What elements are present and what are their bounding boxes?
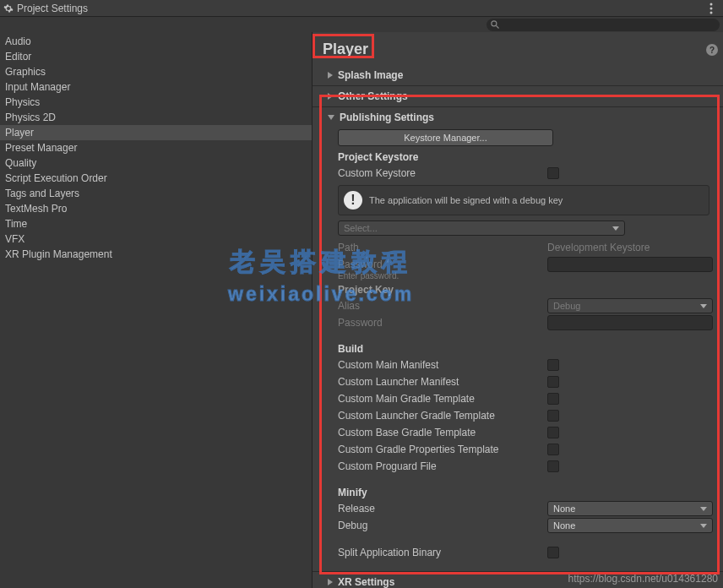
custom-launcher-manifest-checkbox[interactable]: [547, 376, 559, 388]
sidebar-item-player[interactable]: Player: [0, 125, 312, 140]
release-label: Release: [338, 503, 547, 514]
release-dropdown[interactable]: None: [547, 501, 713, 516]
build-label: Build: [338, 343, 713, 355]
section-splash-image[interactable]: Splash Image: [328, 67, 716, 84]
sidebar-item-label: Graphics: [5, 66, 46, 78]
sidebar-item-editor[interactable]: Editor: [0, 49, 312, 64]
chevron-down-icon: [700, 304, 707, 308]
page-title: Player: [313, 32, 723, 65]
svg-point-2: [710, 12, 713, 14]
section-label: Publishing Settings: [340, 112, 434, 123]
path-value: Development Keystore: [547, 242, 650, 253]
key-password-input[interactable]: [547, 315, 713, 330]
split-application-binary-label: Split Application Binary: [338, 547, 547, 558]
minify-label: Minify: [338, 487, 713, 498]
kebab-icon: [709, 3, 713, 14]
split-application-binary-checkbox[interactable]: [547, 547, 559, 558]
dropdown-value: Debug: [553, 301, 580, 311]
keystore-select-dropdown[interactable]: Select...: [338, 220, 625, 236]
custom-base-gradle-template-checkbox[interactable]: [547, 427, 559, 438]
sidebar-item-label: VFX: [5, 233, 24, 245]
svg-point-1: [710, 8, 713, 10]
svg-line-4: [497, 26, 499, 29]
section-label: Splash Image: [338, 69, 403, 81]
sidebar-item-label: Audio: [5, 35, 31, 47]
keystore-password-label: Password: [338, 259, 547, 270]
chevron-down-icon: [700, 507, 707, 511]
keystore-manager-button[interactable]: Keystore Manager...: [338, 129, 553, 146]
settings-sidebar: Audio Editor Graphics Input Manager Phys…: [0, 32, 313, 588]
build-item-label: Custom Proguard File: [338, 460, 547, 472]
build-item-label: Custom Main Manifest: [338, 359, 547, 371]
custom-keystore-label: Custom Keystore: [338, 167, 547, 179]
sidebar-item-label: Editor: [5, 51, 31, 63]
custom-gradle-properties-template-checkbox[interactable]: [547, 444, 559, 455]
section-publishing-settings[interactable]: Publishing Settings: [328, 109, 716, 126]
alias-dropdown[interactable]: Debug: [547, 298, 713, 313]
chevron-down-icon: [700, 524, 707, 528]
debug-dropdown[interactable]: None: [547, 518, 713, 533]
alias-label: Alias: [338, 300, 547, 312]
section-label: Other Settings: [338, 90, 408, 102]
help-icon[interactable]: ?: [706, 44, 718, 56]
project-keystore-label: Project Keystore: [338, 151, 713, 163]
chevron-down-icon: [612, 226, 619, 231]
foldout-icon: [328, 115, 334, 120]
searchbar: [0, 17, 723, 32]
build-item-label: Custom Main Gradle Template: [338, 393, 547, 405]
sidebar-item-label: Preset Manager: [5, 142, 77, 154]
custom-main-gradle-template-checkbox[interactable]: [547, 393, 559, 405]
dropdown-value: Select...: [344, 223, 378, 233]
foldout-icon: [328, 579, 333, 585]
build-item-label: Custom Launcher Gradle Template: [338, 410, 547, 422]
window-title: Project Settings: [17, 3, 88, 14]
sidebar-item-label: Quality: [5, 157, 36, 169]
section-label: XR Settings: [338, 576, 394, 588]
sidebar-item-label: Time: [5, 218, 27, 230]
sidebar-item-label: TextMesh Pro: [5, 203, 67, 215]
sidebar-item-textmesh-pro[interactable]: TextMesh Pro: [0, 201, 312, 216]
window-menu-button[interactable]: [704, 2, 718, 15]
sidebar-item-physics-2d[interactable]: Physics 2D: [0, 110, 312, 125]
sidebar-item-quality[interactable]: Quality: [0, 155, 312, 171]
sidebar-item-audio[interactable]: Audio: [0, 34, 312, 49]
content-panel: Player ? Splash Image Other Settings Pub…: [313, 32, 723, 588]
custom-proguard-file-checkbox[interactable]: [547, 460, 559, 472]
info-box: ! The application will be signed with a …: [338, 185, 709, 215]
foldout-icon: [328, 93, 333, 100]
footer-url: https://blog.csdn.net/u014361280: [568, 573, 718, 585]
custom-launcher-gradle-template-checkbox[interactable]: [547, 410, 559, 422]
sidebar-item-label: Tags and Layers: [5, 188, 79, 199]
sidebar-item-label: Physics 2D: [5, 112, 56, 123]
section-other-settings[interactable]: Other Settings: [328, 88, 716, 105]
sidebar-item-label: Input Manager: [5, 81, 70, 93]
svg-point-0: [710, 3, 713, 6]
sidebar-item-time[interactable]: Time: [0, 216, 312, 231]
sidebar-item-xr-plugin-management[interactable]: XR Plugin Management: [0, 247, 312, 262]
debug-label: Debug: [338, 520, 547, 531]
search-input[interactable]: [487, 19, 720, 31]
sidebar-item-graphics[interactable]: Graphics: [0, 64, 312, 79]
gear-icon: [3, 3, 14, 14]
sidebar-item-label: Physics: [5, 96, 40, 108]
info-text: The application will be signed with a de…: [369, 195, 563, 205]
sidebar-item-tags-and-layers[interactable]: Tags and Layers: [0, 186, 312, 201]
sidebar-item-input-manager[interactable]: Input Manager: [0, 79, 312, 95]
custom-main-manifest-checkbox[interactable]: [547, 359, 559, 371]
custom-keystore-checkbox[interactable]: [547, 167, 559, 179]
sidebar-item-physics[interactable]: Physics: [0, 95, 312, 110]
sidebar-item-script-execution-order[interactable]: Script Execution Order: [0, 171, 312, 186]
sidebar-item-label: Player: [5, 127, 34, 139]
build-item-label: Custom Gradle Properties Template: [338, 444, 547, 455]
dropdown-value: None: [553, 520, 575, 531]
titlebar: Project Settings: [0, 0, 723, 17]
sidebar-item-preset-manager[interactable]: Preset Manager: [0, 140, 312, 155]
svg-point-3: [492, 21, 497, 26]
password-hint: Enter password.: [338, 271, 713, 280]
foldout-icon: [328, 72, 333, 79]
search-icon: [490, 19, 500, 30]
info-icon: !: [344, 191, 362, 210]
key-password-label: Password: [338, 317, 547, 329]
keystore-password-input[interactable]: [547, 257, 713, 272]
sidebar-item-vfx[interactable]: VFX: [0, 231, 312, 247]
